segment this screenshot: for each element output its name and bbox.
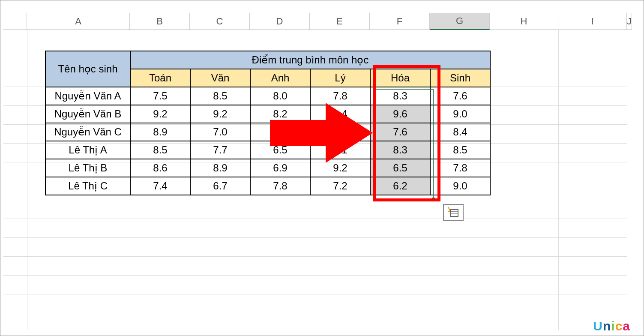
cell[interactable]: 7.8 [310, 87, 370, 105]
cell[interactable] [250, 123, 310, 141]
col-head-I[interactable]: I [558, 13, 627, 30]
table-row[interactable]: Lê Thị A 8.5 7.7 6.5 8.1 8.3 8.5 [45, 141, 490, 159]
column-header-row: A B C D E F G H I [3, 13, 644, 30]
cell-selected[interactable]: 6.5 [370, 159, 430, 177]
table-row[interactable]: Nguyễn Văn C 8.9 7.0 7.6 8.4 [45, 123, 490, 141]
table-row[interactable]: Nguyễn Văn A 7.5 8.5 8.0 7.8 8.3 7.6 [45, 87, 490, 105]
cell-selected[interactable]: 8.3 [370, 87, 430, 105]
cell[interactable]: 8.9 [190, 159, 250, 177]
header-hoa: Hóa [370, 69, 430, 87]
header-van: Văn [190, 69, 250, 87]
cell-name[interactable]: Lê Thị B [45, 159, 130, 177]
paste-options-icon [447, 206, 460, 219]
cell[interactable]: 9.2 [130, 105, 190, 123]
col-head-D[interactable]: D [250, 13, 310, 30]
cell[interactable]: 6.9 [250, 159, 310, 177]
cell-name[interactable]: Lê Thị A [45, 141, 130, 159]
cell[interactable]: 8.5 [130, 141, 190, 159]
cell[interactable] [310, 123, 370, 141]
cell-selected[interactable]: 6.2 [370, 177, 430, 195]
cell-selected[interactable]: 9.6 [370, 105, 430, 123]
cell[interactable]: 8.5 [430, 141, 490, 159]
table-row[interactable]: Lê Thị B 8.6 8.9 6.9 9.2 6.5 7.8 [45, 159, 490, 177]
header-subjects-title: Điểm trung bình môn học [130, 51, 490, 69]
col-head-A[interactable]: A [27, 13, 130, 30]
cell-name[interactable]: Nguyễn Văn C [45, 123, 130, 141]
cell[interactable]: 7.8 [250, 177, 310, 195]
col-head-G[interactable]: G [430, 13, 490, 30]
cell[interactable]: 7.8 [430, 159, 490, 177]
header-sinh: Sinh [430, 69, 490, 87]
cell[interactable]: 7.4 [130, 177, 190, 195]
col-head-F[interactable]: F [370, 13, 430, 30]
col-head-B[interactable]: B [130, 13, 190, 30]
table-row[interactable]: Lê Thị C 7.4 6.7 7.8 7.2 6.2 9.0 [45, 177, 490, 195]
header-toan: Toán [130, 69, 190, 87]
header-ly: Lý [310, 69, 370, 87]
cell[interactable]: 8.0 [250, 87, 310, 105]
cell[interactable]: 6.5 [250, 141, 310, 159]
paste-options-button[interactable] [443, 204, 464, 221]
cell[interactable]: 8.5 [190, 87, 250, 105]
cell-name[interactable]: Nguyễn Văn A [45, 87, 130, 105]
cell-name[interactable]: Nguyễn Văn B [45, 105, 130, 123]
cell[interactable]: 7.6 [430, 87, 490, 105]
cell[interactable]: 8.1 [310, 141, 370, 159]
cell-name[interactable]: Lê Thị C [45, 177, 130, 195]
cell[interactable]: 9.0 [430, 177, 490, 195]
cell[interactable]: 8.6 [130, 159, 190, 177]
col-head-E[interactable]: E [310, 13, 370, 30]
col-head-blank [3, 13, 27, 30]
col-head-J[interactable]: J [627, 13, 632, 30]
cell[interactable]: 7.2 [310, 177, 370, 195]
col-head-H[interactable]: H [490, 13, 558, 30]
cell[interactable]: 8.4 [430, 123, 490, 141]
cell-selected[interactable]: 7.6 [370, 123, 430, 141]
header-anh: Anh [250, 69, 310, 87]
cell[interactable]: 8.4 [310, 105, 370, 123]
cell-selected[interactable]: 8.3 [370, 141, 430, 159]
cell[interactable]: 8.9 [130, 123, 190, 141]
watermark-logo: Unica [593, 319, 630, 333]
table-row[interactable]: Nguyễn Văn B 9.2 9.2 8.2 8.4 9.6 9.0 [45, 105, 490, 123]
grades-table[interactable]: Tên học sinh Điểm trung bình môn học Toá… [45, 51, 491, 195]
cell[interactable]: 6.7 [190, 177, 250, 195]
cell[interactable]: 9.2 [190, 105, 250, 123]
fill-handle[interactable] [432, 198, 435, 201]
cell[interactable]: 7.7 [190, 141, 250, 159]
cell[interactable]: 8.2 [250, 105, 310, 123]
header-student-name: Tên học sinh [45, 51, 130, 87]
col-head-C[interactable]: C [190, 13, 250, 30]
cell[interactable]: 7.0 [190, 123, 250, 141]
cell[interactable]: 9.0 [430, 105, 490, 123]
cell[interactable]: 9.2 [310, 159, 370, 177]
cell[interactable]: 7.5 [130, 87, 190, 105]
svg-rect-1 [450, 210, 458, 216]
